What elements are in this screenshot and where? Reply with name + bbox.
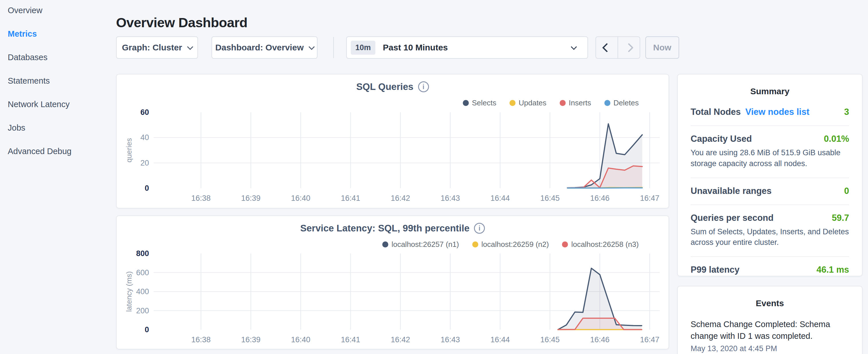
sql-queries-card: SQL Queries i SelectsUpdatesInsertsDelet… (116, 74, 669, 208)
sidebar-item-label: Statements (8, 76, 50, 85)
sidebar-item-databases[interactable]: Databases (8, 53, 108, 62)
svg-text:16:44: 16:44 (490, 335, 510, 344)
time-range-label: Past 10 Minutes (383, 43, 448, 53)
sidebar-item-metrics[interactable]: Metrics (8, 29, 108, 38)
svg-text:16:45: 16:45 (540, 335, 560, 344)
now-button[interactable]: Now (645, 36, 679, 59)
page-title: Overview Dashboard (116, 15, 248, 30)
capacity-used-value: 0.01% (824, 134, 849, 144)
sidebar-item-overview[interactable]: Overview (8, 6, 108, 15)
svg-text:16:40: 16:40 (291, 194, 311, 202)
svg-text:16:47: 16:47 (640, 194, 659, 202)
summary-panel: Summary Total Nodes View nodes list 3 Ca… (677, 74, 863, 277)
svg-text:16:46: 16:46 (590, 335, 610, 344)
svg-text:16:45: 16:45 (540, 194, 560, 202)
sidebar-item-label: Overview (8, 6, 42, 15)
unavailable-ranges-value: 0 (844, 186, 849, 196)
chevron-down-icon (309, 44, 315, 50)
sidebar-item-network-latency[interactable]: Network Latency (8, 100, 108, 109)
sidebar: Overview Metrics Databases Statements Ne… (8, 6, 108, 156)
toolbar-divider (333, 37, 334, 58)
graph-dropdown[interactable]: Graph: Cluster (116, 36, 198, 59)
p99-latency-label: P99 latency (691, 265, 740, 275)
queries-per-second-description: Sum of Selects, Updates, Inserts, and De… (691, 227, 849, 248)
svg-text:800: 800 (136, 249, 149, 258)
service-latency-chart[interactable]: 16:3816:3916:4016:4116:4216:4316:4416:45… (117, 216, 670, 350)
total-nodes-value: 3 (844, 107, 849, 117)
summary-row-p99-latency: P99 latency 46.1 ms (691, 257, 849, 283)
svg-text:16:39: 16:39 (241, 194, 261, 202)
svg-text:16:46: 16:46 (590, 194, 610, 202)
view-nodes-list-link[interactable]: View nodes list (745, 107, 809, 117)
event-item-text[interactable]: Schema Change Completed: Schema change w… (691, 319, 849, 342)
summary-row-queries-per-second: Queries per second 59.7 Sum of Selects, … (691, 205, 849, 257)
previous-time-button[interactable] (595, 36, 618, 59)
svg-text:16:42: 16:42 (391, 194, 410, 202)
total-nodes-label: Total Nodes (691, 107, 741, 117)
svg-text:16:47: 16:47 (640, 335, 659, 344)
next-time-button[interactable] (618, 36, 640, 59)
chevron-down-icon (187, 44, 193, 50)
time-pager (595, 36, 640, 59)
svg-text:600: 600 (136, 268, 149, 277)
svg-text:latency (ms): latency (ms) (125, 271, 133, 312)
svg-text:16:43: 16:43 (440, 335, 460, 344)
events-title: Events (691, 294, 849, 311)
svg-text:16:38: 16:38 (191, 194, 211, 202)
svg-text:queries: queries (125, 138, 133, 162)
svg-text:0: 0 (145, 184, 149, 192)
summary-row-unavailable-ranges: Unavailable ranges 0 (691, 178, 849, 205)
sidebar-item-label: Advanced Debug (8, 147, 72, 156)
svg-text:0: 0 (145, 325, 149, 334)
svg-text:20: 20 (141, 159, 149, 167)
sidebar-item-label: Metrics (8, 29, 37, 38)
svg-text:16:39: 16:39 (241, 335, 261, 344)
svg-text:400: 400 (136, 287, 149, 296)
unavailable-ranges-label: Unavailable ranges (691, 186, 772, 196)
svg-text:16:42: 16:42 (391, 335, 410, 344)
events-panel: Events Schema Change Completed: Schema c… (677, 286, 863, 354)
svg-text:16:44: 16:44 (490, 194, 510, 202)
chevron-right-icon (624, 43, 633, 53)
sidebar-item-label: Network Latency (8, 100, 70, 109)
chevron-left-icon (602, 43, 612, 53)
sidebar-item-label: Jobs (8, 123, 25, 132)
capacity-used-description: You are using 28.6 MiB of 515.9 GiB usab… (691, 148, 849, 169)
sidebar-item-label: Databases (8, 53, 48, 62)
summary-row-capacity-used: Capacity Used 0.01% You are using 28.6 M… (691, 126, 849, 178)
summary-row-total-nodes: Total Nodes View nodes list 3 (691, 99, 849, 126)
sidebar-item-jobs[interactable]: Jobs (8, 123, 108, 132)
sql-queries-chart[interactable]: 16:3816:3916:4016:4116:4216:4316:4416:45… (117, 74, 670, 209)
service-latency-card: Service Latency: SQL, 99th percentile i … (116, 215, 669, 349)
svg-text:16:38: 16:38 (191, 335, 211, 344)
event-item-timestamp: May 13, 2020 at 4:45 PM (691, 344, 849, 353)
graph-dropdown-label: Graph: Cluster (122, 43, 182, 53)
page: Overview Metrics Databases Statements Ne… (0, 0, 868, 354)
svg-text:16:43: 16:43 (440, 194, 460, 202)
chevron-down-icon (571, 44, 577, 50)
time-range-selector[interactable]: 10m Past 10 Minutes (346, 36, 588, 59)
svg-text:40: 40 (141, 133, 149, 142)
svg-text:16:41: 16:41 (341, 194, 361, 202)
svg-text:16:41: 16:41 (341, 335, 361, 344)
queries-per-second-value: 59.7 (832, 213, 849, 223)
summary-title: Summary (691, 83, 849, 99)
sidebar-item-statements[interactable]: Statements (8, 76, 108, 85)
capacity-used-label: Capacity Used (691, 134, 752, 144)
time-range-badge: 10m (351, 41, 375, 55)
svg-text:60: 60 (141, 108, 149, 117)
queries-per-second-label: Queries per second (691, 213, 773, 223)
dashboard-dropdown-label: Dashboard: Overview (215, 43, 304, 53)
svg-text:200: 200 (136, 307, 149, 315)
p99-latency-value: 46.1 ms (816, 265, 849, 275)
dashboard-dropdown[interactable]: Dashboard: Overview (212, 36, 317, 59)
sidebar-item-advanced-debug[interactable]: Advanced Debug (8, 147, 108, 156)
svg-text:16:40: 16:40 (291, 335, 311, 344)
